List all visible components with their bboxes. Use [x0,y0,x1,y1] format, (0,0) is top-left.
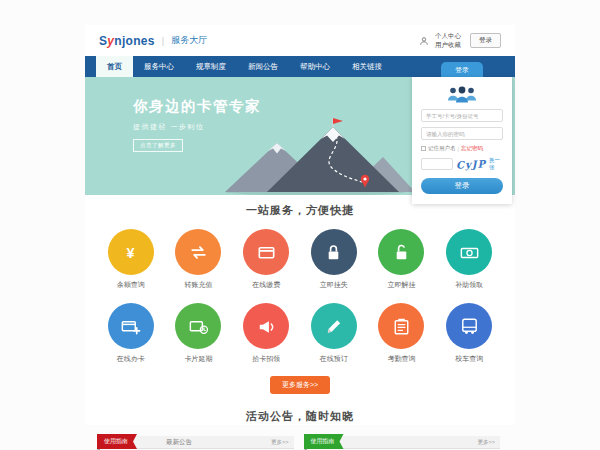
service-item-10[interactable]: 在线预订 [300,303,368,364]
user-icon [420,37,428,45]
lock-icon [311,229,357,275]
login-submit-button[interactable]: 登录 [421,178,503,194]
panel-more-link[interactable]: 更多>> [271,439,288,446]
services-title: 一站服务，方便快捷 [85,203,515,218]
yen-icon: ¥ [108,229,154,275]
pencil-icon [311,303,357,349]
header-links: 个人中心用户收藏 [435,32,463,50]
panel-ribbon-tab[interactable]: 使用指南 [97,434,137,449]
announcement-panel-2: 使用指南更多>> [307,436,501,449]
logo-text-suffix: njones [114,34,154,48]
announcement-panel-1: 使用指南最新公告更多>> [100,436,294,449]
clipboard-icon [378,303,424,349]
captcha-input[interactable] [421,158,453,170]
service-item-9[interactable]: 拾卡招领 [232,303,300,364]
services-section: 一站服务，方便快捷 ¥余额查询转账充值在线缴费立即挂失立即解挂补助领取在线办卡卡… [85,195,515,394]
banknote-icon [446,229,492,275]
captcha-refresh-link[interactable]: 换一张 [489,157,503,171]
service-item-4[interactable]: 立即挂失 [300,229,368,290]
logo[interactable]: Synjones [99,34,155,48]
service-item-1[interactable]: ¥余额查询 [97,229,165,290]
nav-item-4[interactable]: 新闻公告 [237,56,289,77]
login-panel: 登录 记住用户名 | 忘记密码 [412,62,512,204]
service-label: 校车查询 [455,354,483,364]
services-grid: ¥余额查询转账充值在线缴费立即挂失立即解挂补助领取在线办卡卡片延期拾卡招领在线预… [97,229,503,364]
header-link-2[interactable]: 用户收藏 [435,41,461,50]
hero-banner: 你身边的卡管专家 提供捷径 一步到位 点击了解更多 登录 [85,77,515,195]
transfer-icon [175,229,221,275]
users-group-icon [444,84,480,104]
service-label: 立即解挂 [387,280,415,290]
captcha-image[interactable]: CyJP [456,158,487,171]
service-label: 在线办卡 [117,354,145,364]
hero-cta-button[interactable]: 点击了解更多 [133,139,183,152]
panel-ribbon-tab[interactable]: 使用指南 [304,434,344,449]
remember-checkbox[interactable] [421,146,426,151]
header: Synjones | 服务大厅 个人中心用户收藏 登录 [85,25,515,56]
more-services-button[interactable]: 更多服务>> [270,376,330,394]
site-page: Synjones | 服务大厅 个人中心用户收藏 登录 首页服务中心规章制度新闻… [85,25,515,425]
card-clock-icon [175,303,221,349]
panel-more-link[interactable]: 更多>> [478,439,495,446]
remember-row: 记住用户名 | 忘记密码 [421,145,503,152]
header-link-1[interactable]: 个人中心 [435,32,461,41]
captcha-row: CyJP 换一张 [421,157,503,171]
service-item-3[interactable]: 在线缴费 [232,229,300,290]
nav-item-2[interactable]: 服务中心 [133,56,185,77]
nav-item-6[interactable]: 相关链接 [341,56,393,77]
service-item-6[interactable]: 补助领取 [435,229,503,290]
service-label: 补助领取 [455,280,483,290]
remember-label: 记住用户名 [428,145,456,152]
login-tab[interactable]: 登录 [441,62,483,77]
service-item-11[interactable]: 考勤查询 [368,303,436,364]
announcements-title: 活动公告，随时知晓 [85,409,515,424]
nav-item-1[interactable]: 首页 [96,56,133,77]
site-name: 服务大厅 [171,34,207,47]
megaphone-icon [243,303,289,349]
nav-item-3[interactable]: 规章制度 [185,56,237,77]
card-icon [243,229,289,275]
panel-tab[interactable]: 最新公告 [166,438,192,447]
service-item-8[interactable]: 卡片延期 [165,303,233,364]
header-login-button[interactable]: 登录 [470,33,501,48]
service-item-12[interactable]: 校车查询 [435,303,503,364]
announcement-panels: 使用指南最新公告更多>>使用指南更多>> [85,436,515,449]
remember-divider: | [458,146,459,152]
service-label: 立即挂失 [320,280,348,290]
logo-divider: | [162,36,164,46]
service-label: 在线缴费 [252,280,280,290]
card-plus-icon [108,303,154,349]
header-right: 个人中心用户收藏 登录 [420,32,501,50]
service-item-2[interactable]: 转账充值 [165,229,233,290]
service-label: 考勤查询 [387,354,415,364]
bus-icon [446,303,492,349]
service-label: 余额查询 [117,280,145,290]
username-input[interactable] [421,109,503,122]
unlock-icon [378,229,424,275]
hero-title: 你身边的卡管专家 [133,97,261,116]
nav-item-5[interactable]: 帮助中心 [289,56,341,77]
service-label: 拾卡招领 [252,354,280,364]
mountain-illustration [215,117,415,195]
service-label: 转账充值 [184,280,212,290]
login-form: 记住用户名 | 忘记密码 CyJP 换一张 登录 [412,77,512,204]
password-input[interactable] [421,127,503,140]
service-label: 在线预订 [320,354,348,364]
announcements-section: 活动公告，随时知晓 使用指南最新公告更多>>使用指南更多>> [85,409,515,450]
service-item-5[interactable]: 立即解挂 [368,229,436,290]
service-label: 卡片延期 [184,354,212,364]
service-item-7[interactable]: 在线办卡 [97,303,165,364]
forgot-password-link[interactable]: 忘记密码 [461,145,483,152]
svg-text:¥: ¥ [127,244,135,260]
